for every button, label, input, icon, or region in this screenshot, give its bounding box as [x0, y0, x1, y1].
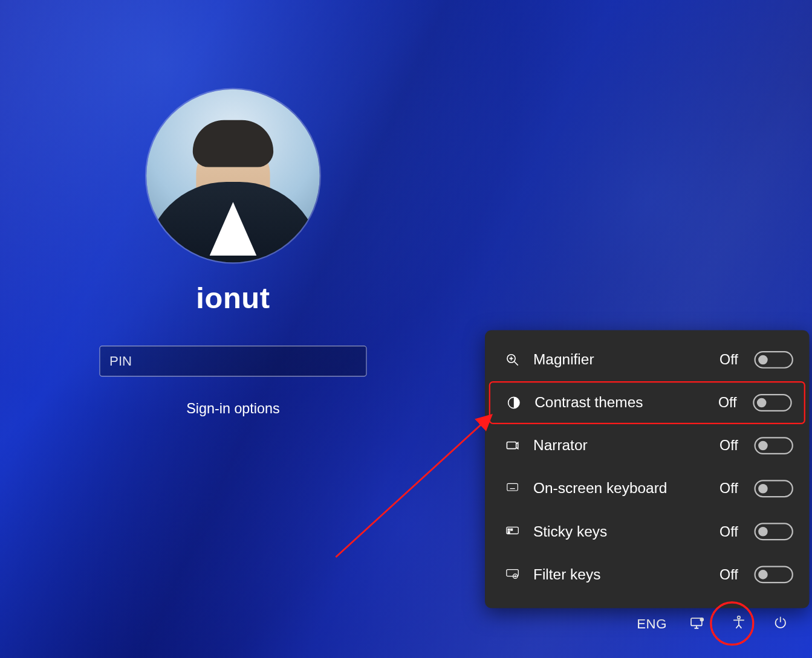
toggle-contrast-themes[interactable]	[753, 394, 791, 411]
narrator-icon	[504, 437, 521, 454]
signin-options-button[interactable]: Sign-in options	[186, 401, 279, 417]
a11y-state: Off	[719, 437, 738, 454]
toggle-filter-keys[interactable]	[754, 566, 793, 583]
a11y-label: Sticky keys	[533, 523, 707, 540]
svg-rect-14	[508, 529, 510, 531]
a11y-row-on-screen-keyboard[interactable]: On-screen keyboard Off	[489, 467, 805, 510]
a11y-state: Off	[719, 523, 738, 540]
a11y-label: On-screen keyboard	[533, 480, 707, 497]
a11y-state: Off	[719, 567, 738, 583]
svg-rect-15	[511, 529, 513, 531]
username-label: ionut	[196, 281, 270, 315]
toggle-on-screen-keyboard[interactable]	[754, 480, 793, 497]
a11y-row-filter-keys[interactable]: Filter keys Off	[489, 553, 805, 596]
network-icon	[689, 614, 706, 633]
svg-rect-6	[507, 483, 518, 491]
svg-rect-5	[507, 442, 516, 448]
magnifier-icon	[504, 351, 521, 369]
a11y-row-sticky-keys[interactable]: Sticky keys Off	[489, 510, 805, 553]
a11y-row-narrator[interactable]: Narrator Off	[489, 424, 805, 467]
accessibility-icon	[731, 614, 747, 633]
power-icon	[773, 615, 788, 632]
a11y-row-magnifier[interactable]: Magnifier Off	[489, 338, 805, 381]
a11y-label: Magnifier	[533, 351, 707, 369]
a11y-label: Filter keys	[533, 566, 707, 583]
network-button[interactable]	[686, 612, 709, 635]
toggle-sticky-keys[interactable]	[754, 523, 793, 540]
svg-line-21	[336, 416, 490, 557]
svg-point-25	[700, 618, 703, 621]
accessibility-panel: Magnifier Off Contrast themes Off	[485, 331, 810, 608]
a11y-label: Contrast themes	[534, 394, 706, 411]
a11y-state: Off	[719, 352, 738, 368]
a11y-label: Narrator	[533, 437, 707, 454]
a11y-state: Off	[718, 395, 737, 411]
power-button[interactable]	[769, 612, 792, 635]
toggle-magnifier[interactable]	[754, 351, 793, 369]
pin-input[interactable]	[99, 346, 366, 376]
user-avatar	[146, 89, 320, 263]
language-indicator[interactable]: ENG	[637, 616, 667, 631]
toggle-narrator[interactable]	[754, 437, 793, 454]
sticky-keys-icon	[504, 523, 521, 540]
a11y-row-contrast-themes[interactable]: Contrast themes Off	[489, 381, 805, 424]
contrast-icon	[505, 394, 522, 411]
a11y-state: Off	[719, 480, 738, 497]
svg-rect-16	[508, 532, 510, 534]
keyboard-icon	[504, 480, 521, 497]
filter-keys-icon	[504, 566, 521, 583]
accessibility-button[interactable]	[727, 612, 750, 635]
svg-line-1	[515, 361, 518, 365]
svg-rect-17	[507, 570, 518, 576]
svg-point-26	[738, 616, 740, 618]
